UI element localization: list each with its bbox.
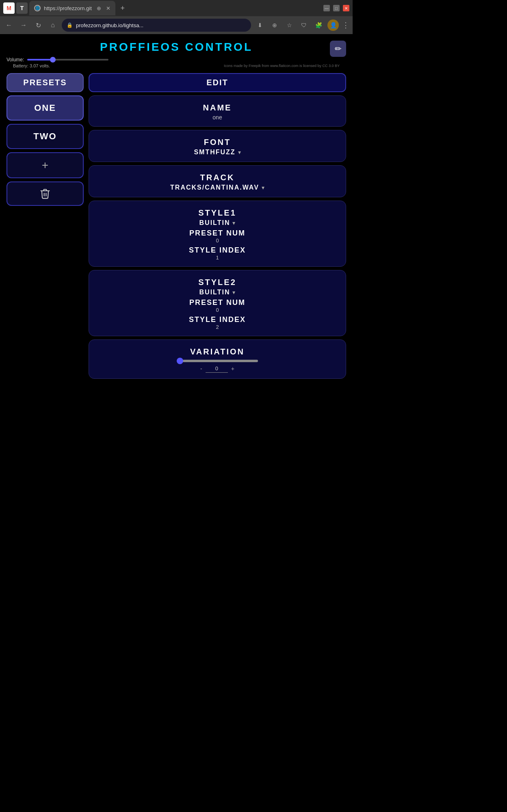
browser-menu-button[interactable]: ⋮ [342, 21, 349, 30]
variation-plus-button[interactable]: + [231, 365, 234, 372]
edit-panel: EDIT NAME one FONT SMTHFUZZ ▾ TRACK TRAC… [89, 73, 346, 382]
shield-button[interactable]: 🛡 [298, 19, 310, 31]
preset-one-button[interactable]: ONE [6, 95, 84, 121]
address-bar: ← → ↻ ⌂ 🔒 profezzorn.github.io/lightsa..… [0, 16, 353, 34]
avatar[interactable]: 👤 [327, 19, 339, 31]
app-title: PROFFIEOS CONTROL [0, 41, 353, 54]
style1-index-value[interactable]: 1 [95, 255, 339, 261]
style1-type-dropdown[interactable]: BUILTIN ▾ [95, 219, 339, 227]
close-button[interactable]: ✕ [343, 5, 349, 11]
style2-card: STYLE2 BUILTIN ▾ PRESET NUM 0 STYLE INDE… [89, 270, 346, 336]
freepik-credit: Icons made by Freepik from www.flaticon.… [217, 64, 346, 68]
track-dropdown[interactable]: TRACKS/CANTINA.WAV ▾ [95, 184, 339, 191]
active-tab[interactable]: 🌐 https://profezzorn.git ⊕ ✕ [29, 1, 115, 15]
download-button[interactable]: ⬇ [254, 19, 266, 31]
presets-header: PRESETS [6, 73, 84, 92]
bookmark-button[interactable]: ☆ [284, 19, 295, 31]
tab-tune-icon: ⊕ [97, 5, 101, 11]
extensions-button[interactable]: 🧩 [313, 19, 324, 31]
browser-actions: ⬇ ⊕ ☆ 🛡 🧩 👤 ⋮ [254, 19, 349, 31]
style2-title: STYLE2 [95, 278, 339, 287]
volume-slider[interactable] [27, 59, 108, 60]
tab-close-icon[interactable]: ✕ [106, 5, 110, 11]
t-favicon[interactable]: T [16, 2, 28, 14]
font-value: SMTHFUZZ [194, 149, 235, 156]
trash-icon [39, 188, 51, 199]
preset-two-button[interactable]: TWO [6, 124, 84, 149]
style2-index-label: STYLE INDEX [95, 315, 339, 324]
style1-index-label: STYLE INDEX [95, 246, 339, 255]
main-layout: PRESETS ONE TWO + EDIT NAME one FONT SMT… [0, 70, 353, 389]
app-header: PROFFIEOS CONTROL ✏ [0, 34, 353, 55]
maximize-button[interactable]: □ [333, 5, 340, 11]
style1-type-value: BUILTIN [199, 219, 230, 227]
style2-type-value: BUILTIN [199, 289, 230, 296]
font-title: FONT [95, 138, 339, 147]
style2-type-dropdown[interactable]: BUILTIN ▾ [95, 289, 339, 296]
variation-minus-button[interactable]: - [200, 365, 202, 372]
variation-card: VARIATION - 0 + [89, 339, 346, 379]
help-button[interactable]: ✏ [330, 41, 346, 57]
back-button[interactable]: ← [3, 19, 15, 31]
track-title: TRACK [95, 173, 339, 182]
name-card: NAME one [89, 95, 346, 127]
style1-card: STYLE1 BUILTIN ▾ PRESET NUM 0 STYLE INDE… [89, 201, 346, 267]
font-chevron-icon: ▾ [238, 149, 241, 155]
address-text: profezzorn.github.io/lightsa... [76, 22, 143, 28]
minimize-button[interactable]: — [323, 5, 330, 11]
volume-label: Volume: [6, 57, 24, 63]
new-tab-button[interactable]: + [117, 2, 128, 14]
forward-button[interactable]: → [18, 19, 29, 31]
home-button[interactable]: ⌂ [47, 19, 58, 31]
delete-preset-button[interactable] [6, 181, 84, 206]
browser-tab-bar: M T 🌐 https://profezzorn.git ⊕ ✕ + — □ ✕ [0, 0, 353, 16]
variation-slider[interactable] [177, 360, 258, 362]
style2-preset-label: PRESET NUM [95, 298, 339, 307]
track-card: TRACK TRACKS/CANTINA.WAV ▾ [89, 165, 346, 197]
zoom-button[interactable]: ⊕ [269, 19, 280, 31]
style2-index-value[interactable]: 2 [95, 324, 339, 330]
battery-text: Battery: 3.07 volts. [6, 63, 56, 68]
track-chevron-icon: ▾ [262, 184, 264, 191]
font-dropdown[interactable]: SMTHFUZZ ▾ [95, 149, 339, 156]
variation-value: 0 [206, 365, 228, 373]
browser-chrome: M T 🌐 https://profezzorn.git ⊕ ✕ + — □ ✕… [0, 0, 353, 34]
gmail-favicon[interactable]: M [3, 2, 15, 14]
variation-title: VARIATION [95, 347, 339, 356]
style2-chevron-icon: ▾ [232, 289, 235, 296]
track-value: TRACKS/CANTINA.WAV [170, 184, 259, 191]
tab-url: https://profezzorn.git [44, 5, 92, 11]
style2-preset-value[interactable]: 0 [95, 307, 339, 313]
add-preset-button[interactable]: + [6, 152, 84, 178]
font-card: FONT SMTHFUZZ ▾ [89, 130, 346, 162]
style1-preset-value[interactable]: 0 [95, 238, 339, 244]
style1-chevron-icon: ▾ [232, 220, 235, 226]
style1-preset-label: PRESET NUM [95, 229, 339, 238]
address-box[interactable]: 🔒 profezzorn.github.io/lightsa... [62, 19, 251, 32]
window-controls: — □ ✕ [323, 5, 349, 11]
refresh-button[interactable]: ↻ [32, 19, 44, 31]
name-title: NAME [95, 103, 339, 112]
style1-title: STYLE1 [95, 208, 339, 218]
name-value[interactable]: one [95, 114, 339, 121]
edit-header: EDIT [89, 73, 346, 92]
volume-bar: Volume: [0, 55, 353, 63]
sidebar: PRESETS ONE TWO + [6, 73, 84, 382]
lock-icon: 🔒 [67, 22, 73, 28]
help-icon: ✏ [335, 44, 342, 54]
tab-globe-icon: 🌐 [34, 5, 41, 11]
